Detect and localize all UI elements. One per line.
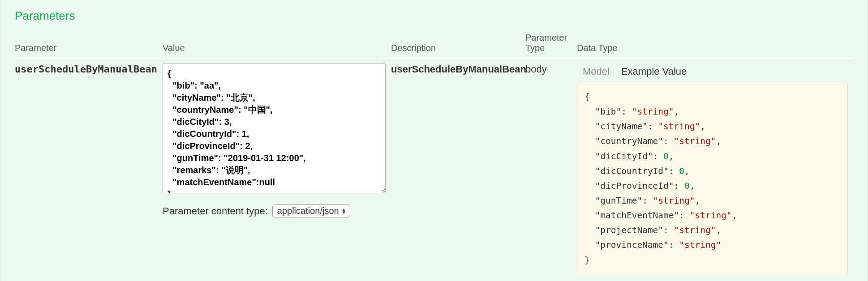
parameter-description: userScheduleByManualBean (391, 64, 526, 75)
section-title: Parameters (15, 9, 853, 23)
parameters-section: Parameters Parameter Value Description P… (0, 0, 868, 281)
col-header-description: Description (391, 30, 525, 58)
col-header-parameter-type: Parameter Type (525, 30, 577, 58)
value-textarea[interactable] (163, 64, 386, 193)
content-type-select[interactable]: application/json ▲▼ (272, 204, 350, 217)
parameter-name: userScheduleByManualBean (15, 64, 157, 75)
tab-example-value[interactable]: Example Value (615, 64, 692, 80)
chevron-up-down-icon: ▲▼ (342, 209, 346, 214)
parameter-type: body (525, 64, 547, 75)
table-header-row: Parameter Value Description Parameter Ty… (15, 30, 853, 58)
content-type-row: Parameter content type: application/json… (163, 204, 386, 217)
example-value-box[interactable]: { "bib": "string", "cityName": "string",… (577, 83, 848, 275)
datatype-tabs: Model Example Value (577, 64, 848, 80)
tab-model[interactable]: Model (577, 64, 615, 80)
table-row: userScheduleByManualBean Parameter conte… (15, 58, 853, 281)
content-type-value: application/json (277, 206, 339, 216)
col-header-value: Value (163, 30, 391, 58)
col-header-parameter: Parameter (15, 30, 163, 58)
parameters-table: Parameter Value Description Parameter Ty… (15, 30, 853, 281)
content-type-label: Parameter content type: (163, 205, 268, 217)
col-header-data-type: Data Type (577, 30, 853, 58)
